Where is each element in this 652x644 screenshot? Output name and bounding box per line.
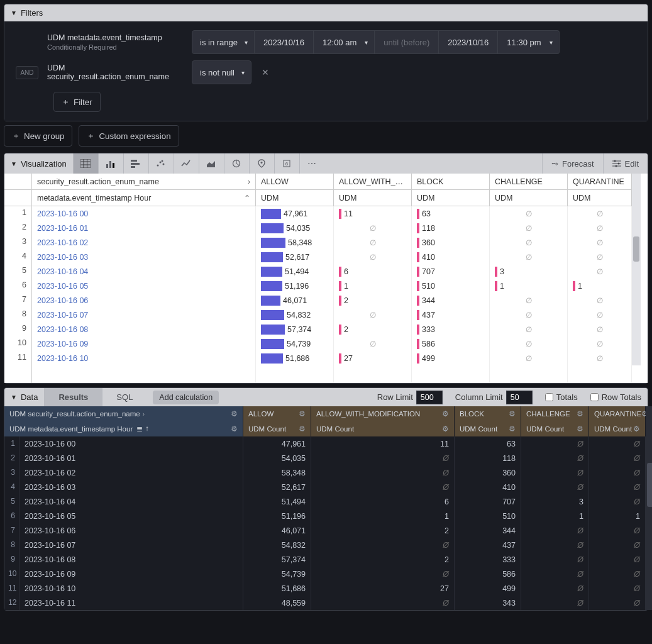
data-block-cell[interactable]: 410: [455, 480, 521, 494]
viz-quarantine-cell[interactable]: ∅: [568, 322, 632, 336]
data-quarantine-cell[interactable]: Ø: [589, 567, 646, 581]
data-col-2[interactable]: BLOCK⚙: [455, 406, 521, 421]
data-challenge-cell[interactable]: Ø: [521, 538, 589, 552]
add-filter-button[interactable]: ＋ Filter: [53, 92, 101, 112]
gear-icon[interactable]: ⚙: [509, 425, 516, 433]
viz-challenge-cell[interactable]: ∅: [490, 308, 568, 322]
data-timestamp-cell[interactable]: 2023-10-16 03: [19, 480, 243, 494]
data-allow-cell[interactable]: 54,832: [243, 538, 311, 552]
totals-checkbox[interactable]: [545, 393, 553, 401]
viz-awm-cell[interactable]: 27: [334, 351, 412, 365]
data-allow-cell[interactable]: 46,071: [243, 523, 311, 538]
data-allow-cell[interactable]: 51,196: [243, 509, 311, 523]
viz-type-single-value-icon[interactable]: 6: [274, 153, 299, 174]
viz-quarantine-cell[interactable]: ∅: [568, 221, 632, 235]
data-quarantine-cell[interactable]: Ø: [589, 596, 646, 610]
data-timestamp-cell[interactable]: 2023-10-16 04: [19, 494, 243, 509]
data-quarantine-cell[interactable]: Ø: [589, 494, 646, 509]
viz-awm-cell[interactable]: 2: [334, 322, 412, 336]
viz-timestamp-cell[interactable]: 2023-10-16 10: [32, 351, 256, 365]
viz-quarantine-cell[interactable]: ∅: [568, 293, 632, 308]
filter1-date-to[interactable]: 2023/10/16: [439, 30, 498, 54]
viz-quarantine-cell[interactable]: ∅: [568, 351, 632, 365]
data-quarantine-cell[interactable]: 1: [589, 509, 646, 523]
data-timestamp-cell[interactable]: 2023-10-16 07: [19, 538, 243, 552]
data-quarantine-cell[interactable]: Ø: [589, 451, 646, 465]
data-challenge-cell[interactable]: Ø: [521, 596, 589, 610]
data-quarantine-cell[interactable]: Ø: [589, 436, 646, 451]
data-timestamp-cell[interactable]: 2023-10-16 00: [19, 436, 243, 451]
viz-timestamp-cell[interactable]: 2023-10-16 08: [32, 322, 256, 336]
viz-awm-cell[interactable]: 1: [334, 279, 412, 293]
gear-icon[interactable]: ⚙: [442, 425, 449, 433]
data-block-cell[interactable]: 707: [455, 494, 521, 509]
data-allow-cell[interactable]: 48,559: [243, 596, 311, 610]
data-timestamp-cell[interactable]: 2023-10-16 06: [19, 523, 243, 538]
data-count-label[interactable]: UDM Count⚙: [589, 421, 646, 436]
viz-block-cell[interactable]: 360: [412, 235, 490, 250]
viz-scrollbar[interactable]: [632, 174, 641, 365]
data-block-cell[interactable]: 499: [455, 581, 521, 596]
viz-col-2[interactable]: BLOCK: [412, 174, 490, 190]
data-quarantine-cell[interactable]: Ø: [589, 523, 646, 538]
viz-allow-cell[interactable]: 54,035: [256, 221, 334, 235]
viz-challenge-cell[interactable]: ∅: [490, 322, 568, 336]
data-toggle[interactable]: ▼ Data: [4, 389, 44, 406]
gear-icon[interactable]: ⚙: [299, 425, 306, 433]
viz-block-cell[interactable]: 510: [412, 279, 490, 293]
viz-awm-cell[interactable]: 11: [334, 206, 412, 221]
viz-challenge-cell[interactable]: 3: [490, 264, 568, 279]
viz-awm-cell[interactable]: ∅: [334, 308, 412, 322]
data-block-cell[interactable]: 63: [455, 436, 521, 451]
viz-timestamp-cell[interactable]: 2023-10-16 03: [32, 250, 256, 264]
data-quarantine-cell[interactable]: Ø: [589, 581, 646, 596]
viz-type-area-icon[interactable]: [199, 153, 224, 174]
filter1-date-from[interactable]: 2023/10/16: [255, 30, 314, 54]
viz-challenge-cell[interactable]: ∅: [490, 250, 568, 264]
data-allow-cell[interactable]: 58,348: [243, 465, 311, 480]
viz-col-1[interactable]: ALLOW_WITH_…: [334, 174, 412, 190]
viz-allow-cell[interactable]: 58,348: [256, 235, 334, 250]
data-count-label[interactable]: UDM Count⚙: [455, 421, 521, 436]
data-col-timestamp[interactable]: UDM metadata.event_timestamp Hour≣↑⚙: [4, 421, 243, 436]
viz-col-3[interactable]: CHALLENGE: [490, 174, 568, 190]
viz-challenge-cell[interactable]: ∅: [490, 351, 568, 365]
row-totals-checkbox[interactable]: [590, 393, 599, 401]
data-awm-cell[interactable]: 27: [311, 581, 455, 596]
viz-awm-cell[interactable]: 6: [334, 264, 412, 279]
data-allow-cell[interactable]: 47,961: [243, 436, 311, 451]
viz-block-cell[interactable]: 437: [412, 308, 490, 322]
viz-challenge-cell[interactable]: 1: [490, 279, 568, 293]
gear-icon[interactable]: ⚙: [577, 409, 583, 418]
viz-quarantine-cell[interactable]: ∅: [568, 308, 632, 322]
data-timestamp-cell[interactable]: 2023-10-16 09: [19, 567, 243, 581]
data-timestamp-cell[interactable]: 2023-10-16 05: [19, 509, 243, 523]
data-col-1[interactable]: ALLOW_WITH_MODIFICATION⚙: [311, 406, 455, 421]
gear-icon[interactable]: ⚙: [299, 409, 306, 418]
viz-type-bar-icon[interactable]: [123, 153, 148, 174]
viz-timestamp-cell[interactable]: 2023-10-16 02: [32, 235, 256, 250]
data-block-cell[interactable]: 437: [455, 538, 521, 552]
data-challenge-cell[interactable]: Ø: [521, 567, 589, 581]
viz-challenge-cell[interactable]: ∅: [490, 221, 568, 235]
viz-awm-cell[interactable]: ∅: [334, 235, 412, 250]
viz-allow-cell[interactable]: 51,494: [256, 264, 334, 279]
viz-block-cell[interactable]: 344: [412, 293, 490, 308]
data-block-cell[interactable]: 586: [455, 567, 521, 581]
data-challenge-cell[interactable]: Ø: [521, 480, 589, 494]
viz-timestamp-cell[interactable]: 2023-10-16 01: [32, 221, 256, 235]
data-challenge-cell[interactable]: Ø: [521, 436, 589, 451]
data-allow-cell[interactable]: 54,035: [243, 451, 311, 465]
viz-allow-cell[interactable]: 47,961: [256, 206, 334, 221]
tab-sql[interactable]: SQL: [102, 388, 146, 406]
data-challenge-cell[interactable]: Ø: [521, 465, 589, 480]
remove-filter-icon[interactable]: ✕: [258, 64, 273, 81]
data-block-cell[interactable]: 510: [455, 509, 521, 523]
data-awm-cell[interactable]: 6: [311, 494, 455, 509]
viz-allow-cell[interactable]: 46,071: [256, 293, 334, 308]
viz-timestamp-cell[interactable]: 2023-10-16 00: [32, 206, 256, 221]
filter1-time-to[interactable]: 11:30 pm ▾: [498, 30, 559, 54]
data-block-cell[interactable]: 118: [455, 451, 521, 465]
custom-expression-button[interactable]: ＋ Custom expression: [79, 125, 179, 147]
data-awm-cell[interactable]: Ø: [311, 538, 455, 552]
